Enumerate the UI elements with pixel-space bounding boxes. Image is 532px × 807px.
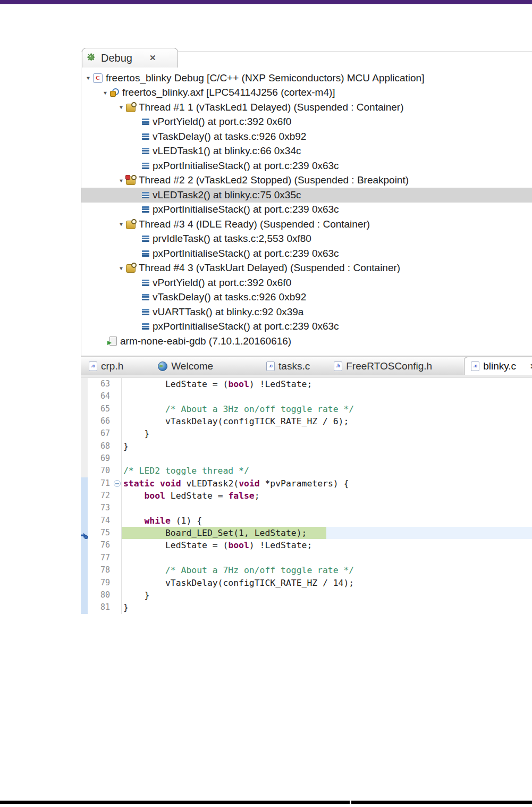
line-number[interactable]: 74	[88, 515, 114, 527]
code-line-64[interactable]: 64	[81, 390, 532, 402]
debug-tree-row[interactable]: ▼Thread #1 1 (vTaskLed1 Delayed) (Suspen…	[81, 100, 532, 115]
debug-tree-row[interactable]: ▼Thread #2 2 (vTaskLed2 Stopped) (Suspen…	[81, 173, 532, 188]
fold-gutter[interactable]	[114, 403, 122, 415]
line-number[interactable]: 70	[88, 465, 114, 477]
annotation-gutter[interactable]	[81, 490, 88, 502]
fold-gutter[interactable]	[114, 577, 122, 589]
debug-tree-row[interactable]: vPortYield() at port.c:392 0x6f0	[81, 115, 532, 130]
debug-tree-row[interactable]: vTaskDelay() at tasks.c:926 0xb92	[81, 290, 532, 305]
fold-gutter[interactable]	[114, 452, 122, 465]
annotation-gutter[interactable]	[81, 552, 88, 564]
fold-gutter[interactable]	[114, 539, 122, 551]
line-number[interactable]: 73	[88, 502, 114, 514]
annotation-gutter[interactable]	[81, 577, 88, 589]
fold-gutter[interactable]	[114, 490, 122, 502]
fold-gutter[interactable]	[114, 589, 122, 601]
code-line-69[interactable]: 69	[81, 452, 532, 465]
editor-tab-blinky.c[interactable]: .cblinky.c✕	[464, 357, 532, 375]
chevron-down-icon[interactable]: ▼	[119, 178, 126, 183]
code-line-79[interactable]: 79 vTaskDelay(configTICK_RATE_HZ / 14);	[81, 577, 532, 589]
fold-gutter[interactable]	[114, 440, 122, 452]
fold-gutter[interactable]	[114, 378, 122, 390]
debug-tree-row[interactable]: pxPortInitialiseStack() at port.c:239 0x…	[81, 320, 532, 334]
code-line-81[interactable]: 81}	[81, 601, 532, 613]
editor-tab-Welcome[interactable]: Welcome	[153, 357, 218, 375]
code-line-78[interactable]: 78 /* About a 7Hz on/off toggle rate */	[81, 564, 532, 576]
debug-tree-row[interactable]: ▼freertos_blinky.axf [LPC54114J256 (cort…	[81, 86, 532, 100]
editor-tab-FreeRTOSConfig.h[interactable]: .hFreeRTOSConfig.h	[328, 357, 437, 375]
chevron-down-icon[interactable]: ▼	[119, 222, 126, 227]
debug-tree-row[interactable]: vLEDTask1() at blinky.c:66 0x34c	[81, 144, 532, 159]
fold-gutter[interactable]	[114, 515, 122, 527]
debug-tree-row[interactable]: vTaskDelay() at tasks.c:926 0xb92	[81, 129, 532, 144]
fold-gutter[interactable]	[114, 564, 122, 576]
line-number[interactable]: 66	[88, 415, 114, 427]
code-line-76[interactable]: 76 LedState = (bool) !LedState;	[81, 539, 532, 551]
code-line-77[interactable]: 77	[81, 552, 532, 564]
line-number[interactable]: 78	[88, 564, 114, 576]
code-line-74[interactable]: 74 while (1) {	[81, 515, 532, 527]
chevron-down-icon[interactable]: ▼	[119, 105, 126, 110]
annotation-gutter[interactable]	[81, 589, 88, 601]
fold-gutter[interactable]	[114, 601, 122, 613]
debug-tree-row[interactable]: pxPortInitialiseStack() at port.c:239 0x…	[81, 203, 532, 217]
fold-gutter[interactable]	[114, 415, 122, 427]
debug-tree-row[interactable]: vPortYield() at port.c:392 0x6f0	[81, 275, 532, 290]
line-number[interactable]: 75	[88, 527, 114, 539]
line-number[interactable]: 68	[88, 440, 114, 452]
annotation-gutter[interactable]	[81, 427, 88, 440]
code-line-66[interactable]: 66 vTaskDelay(configTICK_RATE_HZ / 6);	[81, 415, 532, 427]
code-line-72[interactable]: 72 bool LedState = false;	[81, 490, 532, 502]
close-icon[interactable]: ✕	[149, 53, 156, 63]
annotation-gutter[interactable]	[81, 601, 88, 613]
annotation-gutter[interactable]	[81, 465, 88, 477]
line-number[interactable]: 71	[88, 477, 114, 490]
line-number[interactable]: 65	[88, 403, 114, 415]
code-editor[interactable]: 63 LedState = (bool) !LedState;6465 /* A…	[81, 375, 532, 617]
fold-gutter[interactable]	[114, 527, 122, 539]
debug-view-tab[interactable]: Debug ✕	[82, 48, 178, 68]
debug-tree-row[interactable]: prvIdleTask() at tasks.c:2,553 0xf80	[81, 232, 532, 247]
line-number[interactable]: 80	[88, 589, 114, 601]
line-number[interactable]: 64	[88, 390, 114, 402]
debug-tree-row[interactable]: ▼Cfreertos_blinky Debug [C/C++ (NXP Semi…	[81, 71, 532, 86]
debug-tree-row[interactable]: vLEDTask2() at blinky.c:75 0x35c	[81, 188, 532, 203]
line-number[interactable]: 69	[88, 452, 114, 465]
annotation-gutter[interactable]	[81, 415, 88, 427]
fold-gutter[interactable]	[114, 552, 122, 564]
code-line-75[interactable]: 75 Board_LED_Set(1, LedState);	[81, 527, 532, 539]
annotation-gutter[interactable]	[81, 539, 88, 551]
line-number[interactable]: 79	[88, 577, 114, 589]
code-line-68[interactable]: 68}	[81, 440, 532, 452]
debug-tree-row[interactable]: ▼Thread #4 3 (vTaskUart Delayed) (Suspen…	[81, 261, 532, 276]
code-line-65[interactable]: 65 /* About a 3Hz on/off toggle rate */	[81, 403, 532, 415]
debug-tree-row[interactable]: pxPortInitialiseStack() at port.c:239 0x…	[81, 246, 532, 261]
fold-gutter[interactable]	[114, 502, 122, 514]
code-line-70[interactable]: 70/* LED2 toggle thread */	[81, 465, 532, 477]
fold-gutter[interactable]	[114, 465, 122, 477]
annotation-gutter[interactable]	[81, 390, 88, 402]
annotation-gutter[interactable]	[81, 403, 88, 415]
line-number[interactable]: 63	[88, 378, 114, 390]
fold-gutter[interactable]	[114, 477, 122, 490]
annotation-gutter[interactable]	[81, 477, 88, 490]
collapse-minus-icon[interactable]	[114, 480, 121, 487]
code-line-63[interactable]: 63 LedState = (bool) !LedState;	[81, 378, 532, 390]
editor-tab-crp.h[interactable]: .ccrp.h	[83, 357, 129, 375]
annotation-gutter[interactable]	[81, 440, 88, 452]
code-line-71[interactable]: 71static void vLEDTask2(void *pvParamete…	[81, 477, 532, 490]
annotation-gutter[interactable]	[81, 564, 88, 576]
annotation-gutter[interactable]	[81, 452, 88, 465]
code-line-73[interactable]: 73	[81, 502, 532, 514]
debug-tree-row[interactable]: arm-none-eabi-gdb (7.10.1.20160616)	[81, 334, 532, 349]
annotation-gutter[interactable]	[81, 502, 88, 514]
debug-tree-row[interactable]: vUARTTask() at blinky.c:92 0x39a	[81, 305, 532, 320]
fold-gutter[interactable]	[114, 427, 122, 440]
debug-tree-row[interactable]: pxPortInitialiseStack() at port.c:239 0x…	[81, 158, 532, 173]
chevron-down-icon[interactable]: ▼	[86, 75, 93, 81]
close-icon[interactable]: ✕	[530, 362, 532, 371]
line-number[interactable]: 76	[88, 539, 114, 551]
line-number[interactable]: 67	[88, 427, 114, 440]
line-number[interactable]: 81	[88, 601, 114, 613]
annotation-gutter[interactable]	[81, 515, 88, 527]
